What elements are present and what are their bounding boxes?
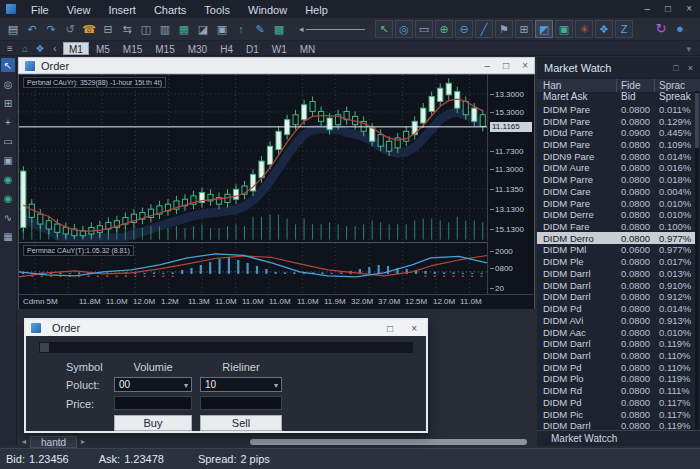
- market-watch-titlebar[interactable]: Market Watch □ ×: [537, 57, 700, 78]
- market-watch-row[interactable]: DIDM Pare0.08000.129%: [537, 115, 695, 127]
- timeframe-m5-1[interactable]: M5: [90, 42, 116, 55]
- riel-select[interactable]: 10 ▾: [200, 377, 282, 392]
- menu-insert[interactable]: Insert: [99, 4, 145, 16]
- chart-maximize-button[interactable]: □: [503, 60, 509, 71]
- market-watch-row[interactable]: DIDM Derre0.08000.010%: [537, 208, 695, 220]
- grid-color-icon[interactable]: ▩: [270, 20, 288, 38]
- menu-view[interactable]: View: [58, 4, 100, 16]
- market-watch-tab[interactable]: Market Watcch: [537, 430, 700, 446]
- list-icon[interactable]: ≡: [3, 42, 17, 55]
- scroll-slider[interactable]: ◂: [299, 24, 365, 34]
- chart-window-titlebar[interactable]: Order – □ ×: [18, 57, 535, 74]
- home-icon[interactable]: ⌂: [18, 42, 32, 55]
- dropdown-caret-icon[interactable]: ▾: [686, 44, 691, 54]
- main-chart-plot[interactable]: Perbnal CAuYr): 3529(88) -1-hour 15t.th …: [19, 75, 488, 241]
- window-tile-icon[interactable]: ⊟: [99, 20, 117, 38]
- market-watch-row[interactable]: DIDM Darrl0.08000.110%: [537, 349, 695, 361]
- market-watch-row[interactable]: DIDM Rd0.08000.111%: [537, 384, 695, 396]
- new-chart-icon[interactable]: ▤: [4, 20, 22, 38]
- timeframe-m1-0[interactable]: M1: [63, 42, 89, 55]
- menu-file[interactable]: File: [22, 4, 58, 16]
- chart-window-icon[interactable]: ◫: [137, 20, 155, 38]
- timeframe-m15-3[interactable]: M15: [149, 42, 180, 55]
- market-watch-maximize-button[interactable]: □: [673, 63, 678, 73]
- frame-icon[interactable]: ▭: [415, 20, 433, 38]
- market-watch-row[interactable]: DIDM Darrl0.08000.912%: [537, 291, 695, 303]
- volume-select[interactable]: 00 ▾: [114, 377, 192, 392]
- data-window-icon[interactable]: ▥: [156, 20, 174, 38]
- cursor-tool-icon[interactable]: ↖: [1, 58, 15, 72]
- upload-icon[interactable]: ↑: [232, 20, 250, 38]
- scatter-icon[interactable]: ✳: [575, 20, 593, 38]
- zoom-in-icon[interactable]: ⊕: [435, 20, 453, 38]
- cursor-icon[interactable]: ↖: [375, 20, 393, 38]
- market-watch-row[interactable]: DIDM Aure0.08000.016%: [537, 162, 695, 174]
- grid-tool-icon[interactable]: ⊞: [1, 96, 15, 110]
- menu-charts[interactable]: Charts: [145, 4, 195, 16]
- horizontal-scrollbar[interactable]: [250, 439, 527, 445]
- column-symbol[interactable]: Han: [543, 80, 561, 91]
- market-watch-row[interactable]: DIDM AVi0.08000.913%: [537, 314, 695, 326]
- column-spread[interactable]: Sprac: [659, 80, 685, 91]
- green-indicator-icon[interactable]: ◉: [1, 172, 15, 186]
- globe-icon[interactable]: ●: [671, 19, 689, 37]
- polyline-tool-icon[interactable]: ∿: [1, 210, 15, 224]
- market-watch-close-button[interactable]: ×: [688, 63, 693, 73]
- market-watch-row[interactable]: DIDM Pare0.08000.109%: [537, 138, 695, 150]
- timeframe-d1-6[interactable]: D1: [240, 42, 265, 55]
- menu-window[interactable]: Window: [239, 4, 296, 16]
- timeframe-w1-7[interactable]: W1: [266, 42, 293, 55]
- market-watch-row[interactable]: DIDM Pare0.08000.010%: [537, 197, 695, 209]
- shift-chart-icon[interactable]: ⇆: [118, 20, 136, 38]
- market-watch-row[interactable]: DIDM PMl0.06000.977%: [537, 244, 695, 256]
- market-watch-scrollbar[interactable]: [695, 91, 699, 430]
- price-scale[interactable]: 13.300015.300011.730011.300011.135013.13…: [489, 75, 534, 241]
- price-input-1[interactable]: [114, 396, 192, 410]
- market-watch-row[interactable]: DIDM Fare0.08000.100%: [537, 220, 695, 232]
- cluster-icon[interactable]: ❖: [595, 20, 613, 38]
- chart-frame-icon[interactable]: ▦: [1, 229, 15, 243]
- attach-icon[interactable]: ✎: [251, 20, 269, 38]
- green-indicator2-icon[interactable]: ◉: [1, 191, 15, 205]
- market-watch-row[interactable]: DIDN9 Pare0.08000.014%: [537, 150, 695, 162]
- indicator-panel[interactable]: Permnac CAuY(T):1.05.32 (8.81): [19, 242, 488, 295]
- timeframe-m30-4[interactable]: M30: [182, 42, 213, 55]
- market-watch-row[interactable]: DIDM Plo0.08000.119%: [537, 373, 695, 385]
- order-close-button[interactable]: ×: [411, 323, 417, 334]
- indicators-icon[interactable]: ◩: [535, 20, 553, 38]
- market-watch-row[interactable]: DIDM Darrl0.08000.910%: [537, 279, 695, 291]
- market-watch-row[interactable]: DIDM Pd0.08000.014%: [537, 302, 695, 314]
- strategy-icon[interactable]: ▣: [213, 20, 231, 38]
- undo-arrow-icon[interactable]: ↶: [23, 20, 41, 38]
- menu-tools[interactable]: Tools: [195, 4, 239, 16]
- chart-minimize-button[interactable]: –: [485, 60, 491, 71]
- refresh-icon[interactable]: ↺: [61, 20, 79, 38]
- image-icon[interactable]: ▣: [555, 20, 573, 38]
- navigator-icon[interactable]: ▦: [175, 20, 193, 38]
- market-watch-row[interactable]: DIDM Parre0.08000.018%: [537, 173, 695, 185]
- trendline-icon[interactable]: ╱: [475, 20, 493, 38]
- zoom-out-icon[interactable]: ⊖: [455, 20, 473, 38]
- redo-arrow-icon[interactable]: ↷: [42, 20, 60, 38]
- minimize-button[interactable]: –: [645, 0, 651, 18]
- tile-windows-icon[interactable]: ⊞: [515, 20, 533, 38]
- market-watch-row[interactable]: DIDM Derro0.08000.977%: [537, 232, 695, 244]
- market-watch-row[interactable]: DIDM Aac0.08000.010%: [537, 326, 695, 338]
- market-watch-row[interactable]: DIDM Ple0.08000.017%: [537, 255, 695, 267]
- tab-scroll-left-icon[interactable]: ◂: [22, 437, 26, 446]
- close-button[interactable]: ×: [686, 0, 692, 18]
- market-watch-row[interactable]: DIDM Pare0.08000.011%: [537, 103, 695, 115]
- column-bid[interactable]: Fide: [621, 80, 640, 91]
- market-watch-row[interactable]: DIDM Care0.08000.004%: [537, 185, 695, 197]
- buy-button[interactable]: Buy: [114, 415, 192, 431]
- chart-tab-hantd[interactable]: hantd: [30, 436, 77, 448]
- maximize-button[interactable]: □: [665, 0, 671, 18]
- tab-scroll-right-icon[interactable]: ▸: [81, 437, 85, 446]
- draw-tool-icon[interactable]: +: [1, 115, 15, 129]
- timeframe-h4-5[interactable]: H4: [214, 42, 239, 55]
- chart-close-button[interactable]: ×: [522, 60, 528, 71]
- sync-icon[interactable]: ↻: [652, 19, 670, 37]
- timeframe-m15-2[interactable]: M15: [117, 42, 148, 55]
- flags-icon[interactable]: ⚑: [495, 20, 513, 38]
- timeframe-mn-8[interactable]: MN: [294, 42, 322, 55]
